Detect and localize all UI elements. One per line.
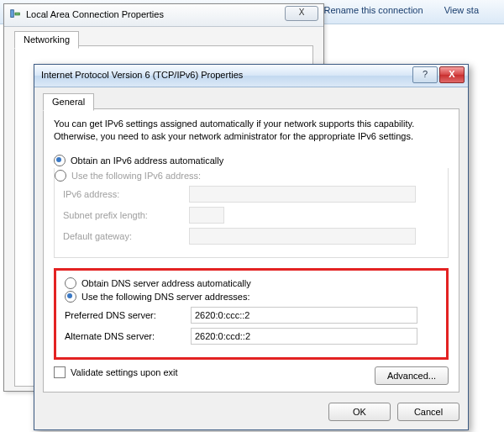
alternate-dns-label: Alternate DNS server: [65,331,191,341]
validate-settings-label: Validate settings upon exit [71,367,178,377]
back-titlebar: Local Area Connection Properties X [4,4,323,27]
validate-settings-checkbox[interactable] [54,366,66,378]
radio-icon [55,170,66,182]
advanced-button[interactable]: Advanced... [375,366,449,385]
ipv6-address-group: Use the following IPv6 address: IPv6 add… [54,168,449,258]
front-dialog-title: Internet Protocol Version 6 (TCP/IPv6) P… [41,70,243,80]
default-gateway-label: Default gateway: [63,231,189,241]
network-icon [9,8,21,20]
front-titlebar: Internet Protocol Version 6 (TCP/IPv6) P… [34,65,468,87]
back-close-button[interactable]: X [285,6,318,21]
preferred-dns-input[interactable] [191,307,417,324]
subnet-prefix-label: Subnet prefix length: [63,210,189,220]
radio-label: Use the following DNS server addresses: [81,292,250,302]
radio-icon [65,291,76,303]
description-text: You can get IPv6 settings assigned autom… [54,118,449,143]
tab-networking[interactable]: Networking [14,31,79,49]
close-button[interactable]: X [439,66,465,83]
radio-obtain-ipv6-auto[interactable]: Obtain an IPv6 address automatically [54,155,449,166]
dns-highlight-box: Obtain DNS server address automatically … [54,268,449,360]
tab-general[interactable]: General [43,93,94,111]
preferred-dns-label: Preferred DNS server: [65,310,191,320]
cancel-button[interactable]: Cancel [397,403,459,421]
svg-rect-0 [11,10,14,18]
radio-obtain-dns-auto[interactable]: Obtain DNS server address automatically [65,277,438,289]
radio-label: Use the following IPv6 address: [71,171,201,181]
toolbar-viewstatus[interactable]: View sta [444,5,479,15]
radio-use-following-ipv6[interactable]: Use the following IPv6 address: [55,170,439,182]
ipv6-properties-dialog: Internet Protocol Version 6 (TCP/IPv6) P… [34,64,469,430]
radio-icon [65,277,76,289]
default-gateway-input [189,228,416,245]
help-button[interactable]: ? [412,66,438,83]
radio-label: Obtain an IPv6 address automatically [71,155,223,166]
radio-icon [54,155,66,166]
ipv6-address-input [189,186,416,203]
ok-button[interactable]: OK [328,403,391,421]
alternate-dns-input[interactable] [191,328,417,345]
subnet-prefix-input [189,207,224,224]
toolbar-rename[interactable]: Rename this connection [324,5,423,15]
radio-label: Obtain DNS server address automatically [81,278,251,288]
radio-use-following-dns[interactable]: Use the following DNS server addresses: [65,291,438,303]
svg-rect-1 [15,13,19,15]
ipv6-address-label: IPv6 address: [63,189,189,199]
back-dialog-title: Local Area Connection Properties [26,9,164,19]
general-tab-pane: You can get IPv6 settings assigned autom… [43,108,459,392]
